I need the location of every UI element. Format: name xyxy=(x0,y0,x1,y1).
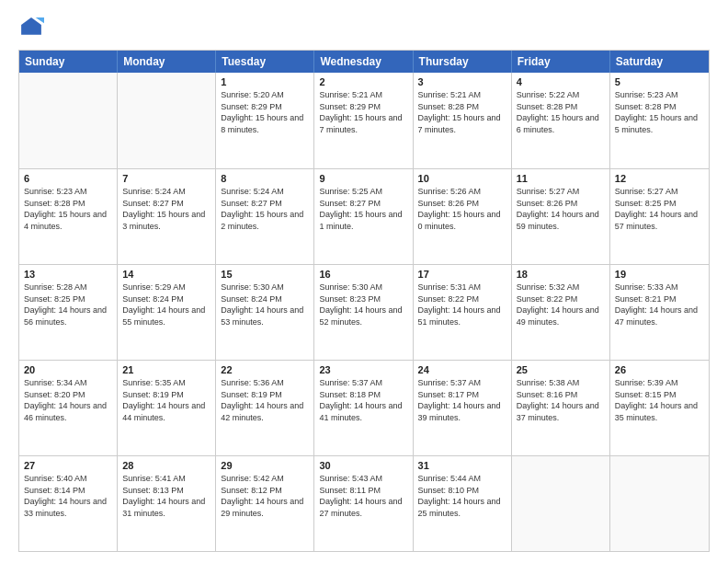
calendar-week: 6Sunrise: 5:23 AM Sunset: 8:28 PM Daylig… xyxy=(19,168,709,264)
day-number: 2 xyxy=(319,76,407,87)
calendar-cell: 22Sunrise: 5:36 AM Sunset: 8:19 PM Dayli… xyxy=(216,361,314,455)
calendar-cell: 25Sunrise: 5:38 AM Sunset: 8:16 PM Dayli… xyxy=(512,361,610,455)
calendar-week: 20Sunrise: 5:34 AM Sunset: 8:20 PM Dayli… xyxy=(19,360,709,455)
calendar-body: 1Sunrise: 5:20 AM Sunset: 8:29 PM Daylig… xyxy=(19,73,709,551)
cell-info: Sunrise: 5:34 AM Sunset: 8:20 PM Dayligh… xyxy=(24,377,112,423)
day-number: 25 xyxy=(517,364,605,375)
cell-info: Sunrise: 5:36 AM Sunset: 8:19 PM Dayligh… xyxy=(221,377,309,423)
calendar-cell: 15Sunrise: 5:30 AM Sunset: 8:24 PM Dayli… xyxy=(216,265,314,360)
calendar-header: SundayMondayTuesdayWednesdayThursdayFrid… xyxy=(19,51,709,73)
cell-info: Sunrise: 5:27 AM Sunset: 8:25 PM Dayligh… xyxy=(615,186,704,232)
cell-info: Sunrise: 5:43 AM Sunset: 8:11 PM Dayligh… xyxy=(319,473,407,519)
calendar-cell: 29Sunrise: 5:42 AM Sunset: 8:12 PM Dayli… xyxy=(216,456,314,551)
day-number: 5 xyxy=(615,76,704,87)
day-number: 28 xyxy=(122,460,210,471)
calendar-week: 27Sunrise: 5:40 AM Sunset: 8:14 PM Dayli… xyxy=(19,455,709,551)
day-number: 21 xyxy=(122,364,210,375)
calendar-cell: 13Sunrise: 5:28 AM Sunset: 8:25 PM Dayli… xyxy=(19,265,118,360)
cell-info: Sunrise: 5:26 AM Sunset: 8:26 PM Dayligh… xyxy=(418,186,506,232)
header xyxy=(18,15,710,40)
calendar-cell: 28Sunrise: 5:41 AM Sunset: 8:13 PM Dayli… xyxy=(118,456,216,551)
cell-info: Sunrise: 5:22 AM Sunset: 8:28 PM Dayligh… xyxy=(517,89,605,135)
calendar-week: 1Sunrise: 5:20 AM Sunset: 8:29 PM Daylig… xyxy=(19,73,709,168)
calendar-cell: 31Sunrise: 5:44 AM Sunset: 8:10 PM Dayli… xyxy=(414,456,512,551)
day-number: 3 xyxy=(418,76,506,87)
logo-icon xyxy=(18,15,44,40)
cell-info: Sunrise: 5:41 AM Sunset: 8:13 PM Dayligh… xyxy=(122,473,210,519)
day-number: 7 xyxy=(122,173,210,184)
calendar-cell: 6Sunrise: 5:23 AM Sunset: 8:28 PM Daylig… xyxy=(19,169,118,264)
day-number: 31 xyxy=(418,460,506,471)
calendar-cell: 11Sunrise: 5:27 AM Sunset: 8:26 PM Dayli… xyxy=(512,169,610,264)
calendar-cell: 16Sunrise: 5:30 AM Sunset: 8:23 PM Dayli… xyxy=(314,265,413,360)
day-number: 19 xyxy=(615,269,704,280)
calendar-weekday-header: Tuesday xyxy=(216,51,314,73)
calendar-cell: 12Sunrise: 5:27 AM Sunset: 8:25 PM Dayli… xyxy=(610,169,709,264)
cell-info: Sunrise: 5:42 AM Sunset: 8:12 PM Dayligh… xyxy=(221,473,309,519)
logo xyxy=(18,15,48,40)
day-number: 29 xyxy=(221,460,309,471)
cell-info: Sunrise: 5:28 AM Sunset: 8:25 PM Dayligh… xyxy=(24,282,112,327)
day-number: 20 xyxy=(24,364,112,375)
cell-info: Sunrise: 5:35 AM Sunset: 8:19 PM Dayligh… xyxy=(122,377,210,423)
calendar-weekday-header: Friday xyxy=(512,51,610,73)
cell-info: Sunrise: 5:21 AM Sunset: 8:29 PM Dayligh… xyxy=(319,89,407,135)
day-number: 14 xyxy=(122,269,210,280)
calendar-cell xyxy=(118,73,216,168)
cell-info: Sunrise: 5:38 AM Sunset: 8:16 PM Dayligh… xyxy=(517,377,605,423)
calendar-cell: 20Sunrise: 5:34 AM Sunset: 8:20 PM Dayli… xyxy=(19,361,118,455)
cell-info: Sunrise: 5:37 AM Sunset: 8:18 PM Dayligh… xyxy=(319,377,407,423)
calendar-cell: 27Sunrise: 5:40 AM Sunset: 8:14 PM Dayli… xyxy=(19,456,118,551)
cell-info: Sunrise: 5:39 AM Sunset: 8:15 PM Dayligh… xyxy=(615,377,704,423)
day-number: 6 xyxy=(24,173,112,184)
calendar-weekday-header: Saturday xyxy=(610,51,709,73)
cell-info: Sunrise: 5:24 AM Sunset: 8:27 PM Dayligh… xyxy=(221,186,309,232)
calendar-weekday-header: Sunday xyxy=(19,51,118,73)
calendar-cell: 26Sunrise: 5:39 AM Sunset: 8:15 PM Dayli… xyxy=(610,361,709,455)
cell-info: Sunrise: 5:23 AM Sunset: 8:28 PM Dayligh… xyxy=(24,186,112,232)
day-number: 12 xyxy=(615,173,704,184)
calendar-cell: 19Sunrise: 5:33 AM Sunset: 8:21 PM Dayli… xyxy=(610,265,709,360)
day-number: 27 xyxy=(24,460,112,471)
day-number: 15 xyxy=(221,269,309,280)
day-number: 22 xyxy=(221,364,309,375)
cell-info: Sunrise: 5:31 AM Sunset: 8:22 PM Dayligh… xyxy=(418,282,506,327)
cell-info: Sunrise: 5:29 AM Sunset: 8:24 PM Dayligh… xyxy=(122,282,210,327)
day-number: 4 xyxy=(517,76,605,87)
calendar-cell: 14Sunrise: 5:29 AM Sunset: 8:24 PM Dayli… xyxy=(118,265,216,360)
calendar-cell: 8Sunrise: 5:24 AM Sunset: 8:27 PM Daylig… xyxy=(216,169,314,264)
calendar-cell: 23Sunrise: 5:37 AM Sunset: 8:18 PM Dayli… xyxy=(314,361,413,455)
calendar-cell: 24Sunrise: 5:37 AM Sunset: 8:17 PM Dayli… xyxy=(414,361,512,455)
calendar-cell xyxy=(19,73,118,168)
calendar-cell: 9Sunrise: 5:25 AM Sunset: 8:27 PM Daylig… xyxy=(314,169,413,264)
cell-info: Sunrise: 5:25 AM Sunset: 8:27 PM Dayligh… xyxy=(319,186,407,232)
day-number: 30 xyxy=(319,460,407,471)
calendar-cell: 21Sunrise: 5:35 AM Sunset: 8:19 PM Dayli… xyxy=(118,361,216,455)
cell-info: Sunrise: 5:24 AM Sunset: 8:27 PM Dayligh… xyxy=(122,186,210,232)
day-number: 10 xyxy=(418,173,506,184)
calendar-week: 13Sunrise: 5:28 AM Sunset: 8:25 PM Dayli… xyxy=(19,264,709,360)
calendar-cell: 1Sunrise: 5:20 AM Sunset: 8:29 PM Daylig… xyxy=(216,73,314,168)
calendar-weekday-header: Thursday xyxy=(414,51,512,73)
calendar-cell: 18Sunrise: 5:32 AM Sunset: 8:22 PM Dayli… xyxy=(512,265,610,360)
calendar-cell: 4Sunrise: 5:22 AM Sunset: 8:28 PM Daylig… xyxy=(512,73,610,168)
cell-info: Sunrise: 5:44 AM Sunset: 8:10 PM Dayligh… xyxy=(418,473,506,519)
day-number: 23 xyxy=(319,364,407,375)
cell-info: Sunrise: 5:30 AM Sunset: 8:24 PM Dayligh… xyxy=(221,282,309,327)
day-number: 24 xyxy=(418,364,506,375)
calendar-cell: 2Sunrise: 5:21 AM Sunset: 8:29 PM Daylig… xyxy=(314,73,413,168)
day-number: 18 xyxy=(517,269,605,280)
day-number: 13 xyxy=(24,269,112,280)
cell-info: Sunrise: 5:32 AM Sunset: 8:22 PM Dayligh… xyxy=(517,282,605,327)
calendar-cell: 7Sunrise: 5:24 AM Sunset: 8:27 PM Daylig… xyxy=(118,169,216,264)
calendar-cell: 5Sunrise: 5:23 AM Sunset: 8:28 PM Daylig… xyxy=(610,73,709,168)
cell-info: Sunrise: 5:20 AM Sunset: 8:29 PM Dayligh… xyxy=(221,89,309,135)
page: SundayMondayTuesdayWednesdayThursdayFrid… xyxy=(0,0,728,563)
calendar-cell: 10Sunrise: 5:26 AM Sunset: 8:26 PM Dayli… xyxy=(414,169,512,264)
calendar-cell xyxy=(512,456,610,551)
day-number: 17 xyxy=(418,269,506,280)
calendar-cell: 30Sunrise: 5:43 AM Sunset: 8:11 PM Dayli… xyxy=(314,456,413,551)
cell-info: Sunrise: 5:30 AM Sunset: 8:23 PM Dayligh… xyxy=(319,282,407,327)
day-number: 1 xyxy=(221,76,309,87)
calendar-cell: 3Sunrise: 5:21 AM Sunset: 8:28 PM Daylig… xyxy=(414,73,512,168)
